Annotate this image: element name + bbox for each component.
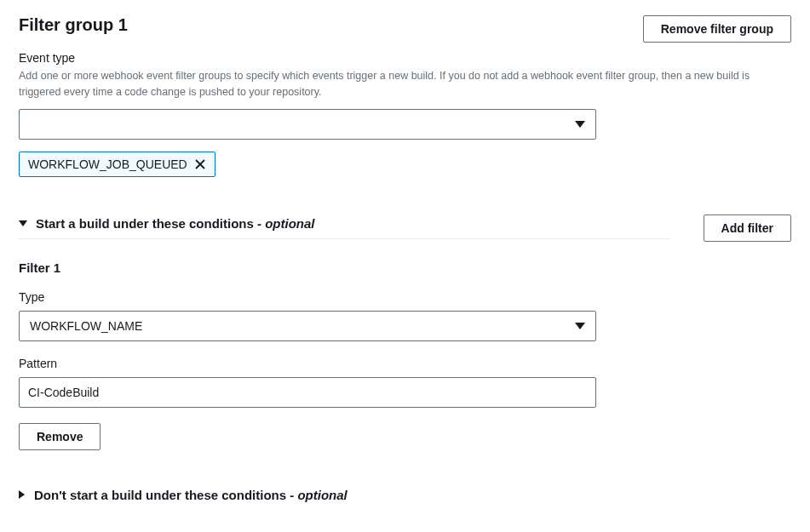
filter-type-value: WORKFLOW_NAME xyxy=(30,319,142,333)
filter-type-label: Type xyxy=(19,290,791,304)
filter-pattern-input[interactable] xyxy=(19,377,596,408)
event-type-tag-label: WORKFLOW_JOB_QUEUED xyxy=(28,157,187,171)
filter-group-title: Filter group 1 xyxy=(19,15,128,35)
caret-down-icon xyxy=(19,220,27,227)
dont-start-conditions-title: Don't start a build under these conditio… xyxy=(34,488,348,502)
event-type-label: Event type xyxy=(19,51,791,65)
add-filter-button[interactable]: Add filter xyxy=(704,215,791,242)
start-conditions-title: Start a build under these conditions - o… xyxy=(36,216,315,231)
svg-marker-3 xyxy=(19,220,27,226)
event-type-description: Add one or more webhook event filter gro… xyxy=(19,68,785,100)
remove-filter-button[interactable]: Remove xyxy=(19,423,101,450)
optional-suffix: - optional xyxy=(286,488,348,502)
event-type-select[interactable] xyxy=(19,109,596,140)
svg-marker-5 xyxy=(19,490,25,499)
filter-type-select[interactable]: WORKFLOW_NAME xyxy=(19,311,596,341)
start-conditions-expander[interactable]: Start a build under these conditions - o… xyxy=(19,216,669,239)
dont-start-conditions-expander[interactable]: Don't start a build under these conditio… xyxy=(19,488,791,510)
optional-suffix: - optional xyxy=(254,216,315,231)
filter-title: Filter 1 xyxy=(19,260,791,275)
start-conditions-title-text: Start a build under these conditions xyxy=(36,216,254,231)
remove-tag-icon[interactable] xyxy=(194,158,206,170)
svg-marker-4 xyxy=(575,323,585,329)
event-type-tag: WORKFLOW_JOB_QUEUED xyxy=(19,152,215,177)
svg-marker-0 xyxy=(575,121,585,128)
dont-start-conditions-title-text: Don't start a build under these conditio… xyxy=(34,488,286,502)
caret-right-icon xyxy=(19,490,26,499)
caret-down-icon xyxy=(575,323,585,329)
filter-pattern-label: Pattern xyxy=(19,357,791,370)
remove-filter-group-button[interactable]: Remove filter group xyxy=(643,15,791,43)
caret-down-icon xyxy=(575,121,585,128)
